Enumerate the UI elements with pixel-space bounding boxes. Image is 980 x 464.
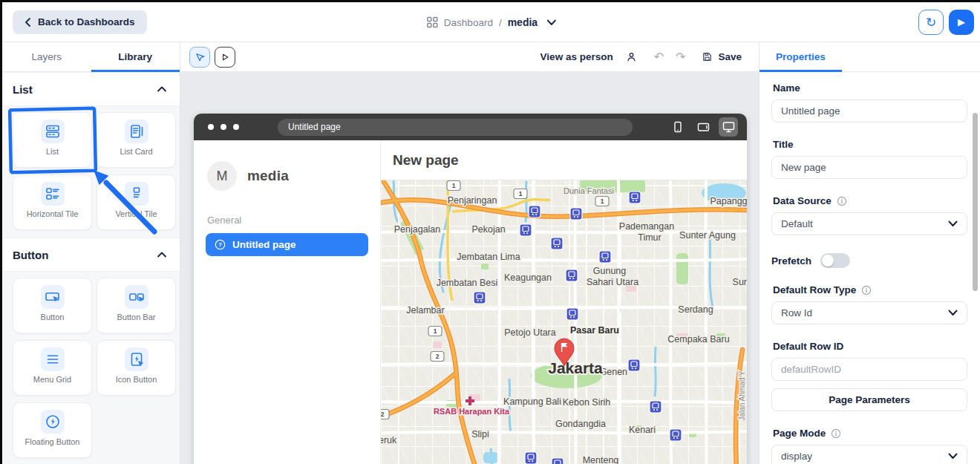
device-switcher (668, 117, 738, 137)
floating-button-icon (41, 410, 65, 434)
section-title: List (13, 83, 33, 96)
refresh-button[interactable]: ↻ (918, 10, 944, 35)
name-input[interactable] (771, 99, 967, 122)
pointer-icon (195, 51, 206, 62)
nav-item-label: Untitled page (232, 239, 296, 250)
redo-icon[interactable]: ↷ (676, 50, 685, 64)
component-tile-button-bar[interactable]: Button Bar (97, 278, 176, 333)
section-title: Button (13, 249, 48, 261)
train-station-icon (570, 208, 582, 220)
field-label-title: Title (773, 139, 794, 150)
preview-tool-button[interactable] (215, 47, 235, 68)
view-as-person-button[interactable]: View as person (540, 51, 613, 62)
map-label-senen: Senen (601, 367, 627, 377)
topbar: Back to Dashboards Dashboard / media ↻ ▶ (2, 2, 980, 42)
sidebar-tabs: LayersLibrary (2, 42, 180, 72)
undo-icon[interactable]: ↶ (654, 50, 664, 64)
road-shield: 1 (595, 197, 609, 206)
device-desktop-button[interactable] (719, 117, 738, 137)
app-avatar: M (207, 161, 237, 191)
menu-grid-icon (41, 347, 65, 371)
toggle-knob (822, 255, 834, 267)
svg-text:1: 1 (519, 190, 523, 197)
select-value: display (781, 451, 812, 462)
map-label-pasar-baru: Pasar Baru (570, 325, 619, 336)
map-label-pekojan: Pekojan (471, 224, 505, 235)
section-header-button[interactable]: Button (2, 238, 180, 272)
map-label-jembatan-besi: Jembatan Besi (437, 278, 498, 288)
refresh-icon: ↻ (926, 15, 936, 30)
field-label-name: Name (773, 82, 800, 94)
preview-frame: Untitled page (194, 114, 747, 464)
chevron-up-icon (157, 252, 166, 258)
chevron-down-icon (948, 220, 958, 227)
info-icon (837, 196, 847, 206)
sidebar-tab-layers[interactable]: Layers (2, 42, 91, 71)
window-dots (208, 124, 239, 130)
component-tile-floating-button[interactable]: Floating Button (13, 402, 92, 458)
nav-item-untitled-page[interactable]: ? Untitled page (206, 233, 368, 256)
jakarta-map[interactable]: 1111222Dunia FantasiPenjaringanPapanggoP… (381, 180, 747, 464)
device-mobile-button[interactable] (668, 117, 687, 137)
chevron-left-icon (24, 18, 31, 27)
panel-scrollbar[interactable] (973, 113, 978, 291)
component-tile-vertical-tile[interactable]: Vertical Tile (97, 174, 176, 230)
map-label-sunter: Sunter (733, 277, 747, 287)
select-tool-button[interactable] (189, 47, 210, 68)
save-button[interactable]: Save (702, 51, 742, 62)
road-shield: 1 (447, 181, 460, 191)
road-shield: 1 (514, 189, 527, 199)
canvas-toolbar: View as person ↶ ↷ Save (180, 42, 761, 72)
train-station-icon (552, 458, 564, 464)
map-label-keagungan: Keagungan (504, 272, 552, 283)
map-label-jelambar: Jelambar (406, 305, 444, 316)
section-header-list[interactable]: List (2, 72, 180, 106)
chevron-down-icon (546, 19, 556, 26)
select-value: Default (781, 218, 813, 229)
train-station-icon (599, 251, 611, 263)
map-label-petojo-utara: Petojo Utara (504, 327, 556, 338)
component-tile-icon-button[interactable]: Icon Button (97, 340, 176, 396)
page-mode-select[interactable]: display (771, 445, 967, 464)
select-value: Row Id (781, 307, 812, 318)
page-title: New page (393, 152, 459, 169)
publish-play-button[interactable]: ▶ (949, 10, 974, 35)
map-label-gondangdia: Gondangdia (555, 419, 606, 429)
default-row-type-select[interactable]: Row Id (771, 301, 967, 324)
properties-panel: Properties NameTitleData Source Default … (759, 42, 980, 464)
component-tile-list[interactable]: List (13, 112, 92, 168)
component-tile-horizontal-tile[interactable]: Horizontal Tile (13, 174, 92, 230)
map-label-papanggo: Papanggo (710, 196, 747, 206)
road-shield: 2 (431, 352, 444, 362)
back-to-dashboards-button[interactable]: Back to Dashboards (13, 10, 147, 34)
tile-label: Button (41, 313, 65, 321)
save-floppy-icon (702, 51, 713, 62)
chevron-down-icon (948, 310, 958, 316)
list-card-icon (125, 120, 148, 143)
map-label-dunia-fantasi: Dunia Fantasi (564, 186, 614, 195)
vertical-tile-icon (125, 182, 148, 206)
save-label: Save (718, 51, 742, 62)
play-icon: ▶ (958, 16, 965, 27)
window-dot (220, 124, 226, 130)
page-header: New page (381, 140, 747, 180)
data-source-select[interactable]: Default (771, 212, 967, 235)
tab-properties[interactable]: Properties (760, 42, 842, 71)
component-tile-button[interactable]: Button (13, 278, 92, 333)
sidebar-tab-library[interactable]: Library (91, 42, 180, 71)
breadcrumb[interactable]: Dashboard / media (426, 2, 556, 42)
train-station-icon (529, 206, 540, 218)
component-tile-menu-grid[interactable]: Menu Grid (13, 340, 92, 396)
prefetch-toggle[interactable] (820, 253, 850, 268)
device-tablet-button[interactable] (693, 117, 713, 137)
person-icon[interactable] (625, 50, 638, 63)
title-input[interactable] (771, 156, 967, 179)
tile-label: Icon Button (116, 375, 157, 384)
map-label-jalan-ahmad-y: Jalan Ahmad Y (738, 370, 746, 420)
page-parameters-button[interactable]: Page Parameters (771, 388, 967, 411)
component-tile-list-card[interactable]: List Card (97, 112, 176, 168)
properties-fields: NameTitleData Source Default Prefetch De… (760, 72, 980, 464)
component-library-sidebar: LayersLibrary List List List Card Horizo… (2, 42, 180, 464)
svg-text:2: 2 (381, 411, 385, 418)
default-row-id-input[interactable] (771, 358, 967, 381)
